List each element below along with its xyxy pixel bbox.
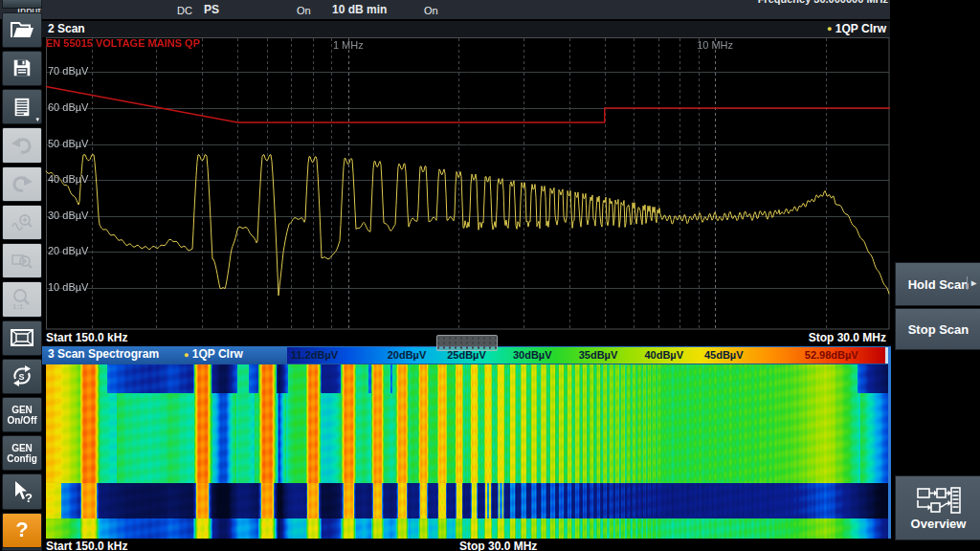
ratio-label: 1:1	[12, 302, 24, 311]
gen-config-button[interactable]: GEN Config	[2, 435, 42, 471]
circular-arrows-icon: S	[10, 364, 34, 388]
save-button[interactable]	[2, 51, 42, 86]
spectrogram-start-freq: Start 150.0 kHz	[46, 540, 127, 551]
y-tick-70: 70 dBµV	[48, 65, 88, 77]
active-window-border	[888, 346, 891, 539]
hold-scan-button[interactable]: Hold Scan ▸	[895, 262, 980, 306]
gen-onoff-button[interactable]: GEN On/Off	[2, 397, 42, 432]
trace-label: 1QP Clrw	[835, 22, 886, 35]
spectrogram-stop-freq: Stop 30.0 MHz	[459, 540, 537, 551]
zoom-area-icon	[11, 251, 33, 272]
channel-settings-bar: Input DC PS On 10 dB min On Frequency 30…	[0, 0, 890, 19]
scale-label-7: 52.98dBµV	[805, 349, 858, 361]
y-tick-50: 50 dBµV	[48, 138, 88, 149]
context-help-button[interactable]: ?	[2, 474, 42, 509]
zoom-trace-icon	[11, 211, 33, 232]
main-display-area: 2 Scan ● 1QP Clrw EN 55015 VOLTAGE MAINS…	[42, 0, 890, 551]
trace-color-dot: ●	[184, 350, 189, 360]
preselector-state[interactable]: On	[297, 5, 311, 17]
gen-config-label-2: Config	[7, 453, 37, 464]
color-scale-bar[interactable]: 11.2dBµV 20dBµV 25dBµV 30dBµV 35dBµV 40d…	[287, 347, 888, 364]
zoom-ratio-button: 1:1	[2, 281, 42, 317]
hold-scan-label: Hold Scan	[908, 277, 969, 292]
y-tick-60: 60 dBµV	[48, 101, 88, 113]
frequency-readout[interactable]: Frequency 30.000000 MHz	[758, 0, 888, 6]
pointer-help-icon: ?	[10, 479, 34, 504]
spectrogram-footer: Start 150.0 kHz Stop 30.0 MHz	[42, 539, 890, 551]
trace-label: 1QP Clrw	[192, 347, 243, 361]
print-button[interactable]: ▾	[2, 89, 42, 124]
submenu-arrow-icon: ▸	[967, 276, 976, 290]
preselector-label[interactable]: PS	[204, 4, 219, 16]
gen-onoff-label-1: GEN	[11, 405, 33, 415]
y-tick-30: 30 dBµV	[48, 209, 88, 221]
coupling-value[interactable]: DC	[177, 5, 192, 17]
open-file-button[interactable]	[2, 12, 42, 48]
help-question-mark: ?	[15, 519, 28, 540]
undo-button	[2, 127, 42, 163]
scan-window-title: 2 Scan	[48, 22, 85, 35]
attenuation-value[interactable]: 10 dB min	[332, 4, 387, 16]
scan-window-titlebar[interactable]: 2 Scan ● 1QP Clrw	[42, 21, 890, 37]
y-tick-40: 40 dBµV	[48, 173, 88, 185]
scale-label-4: 35dBµV	[579, 349, 618, 361]
zoom-trace-button	[2, 205, 42, 240]
gen-config-label-1: GEN	[11, 443, 33, 453]
toolbar: ▾ 1:1	[0, 0, 42, 551]
overview-label: Overview	[911, 517, 967, 531]
help-button[interactable]: ?	[2, 513, 42, 548]
spectrogram-heatmap	[42, 364, 890, 539]
redo-button	[2, 166, 42, 202]
spectrogram-trace-legend: ● 1QP Clrw	[184, 347, 243, 361]
y-tick-20: 20 dBµV	[48, 245, 88, 256]
sweep-letter: S	[19, 372, 25, 382]
overview-flow-icon	[916, 486, 962, 515]
y-tick-10: 10 dBµV	[48, 281, 88, 293]
scale-label-1: 20dBµV	[388, 349, 427, 361]
scale-label-6: 45dBµV	[704, 349, 744, 361]
window-splitter-handle[interactable]	[436, 335, 498, 351]
sweep-restart-button[interactable]: S	[2, 359, 42, 394]
overview-button[interactable]: Overview	[895, 475, 980, 540]
zoom-area-button	[2, 243, 42, 278]
spectrogram-window-title: 3 Scan Spectrogram	[48, 347, 159, 361]
gen-onoff-label-2: On/Off	[7, 415, 36, 426]
limit-line-label: EN 55015 VOLTAGE MAINS QP	[46, 37, 200, 49]
floppy-disk-icon	[11, 57, 33, 78]
scan-graph: EN 55015 VOLTAGE MAINS QP 1 MHz 10 MHz 7…	[42, 37, 890, 330]
scan-trace-legend: ● 1QP Clrw	[827, 22, 886, 35]
display-frame-button[interactable]	[2, 320, 42, 356]
softkey-panel: Hold Scan ▸ Stop Scan	[890, 0, 980, 551]
scan-stop-freq: Stop 30.0 MHz	[809, 331, 886, 344]
scale-label-3: 30dBµV	[513, 349, 552, 361]
hardcopy-icon	[11, 97, 33, 118]
preamp-state[interactable]: On	[424, 5, 438, 17]
scan-start-freq: Start 150.0 kHz	[46, 331, 127, 344]
print-dropdown-caret: ▾	[35, 116, 39, 122]
stop-scan-button[interactable]: Stop Scan	[895, 308, 980, 350]
magnifier-1-1-icon: 1:1	[10, 288, 34, 311]
scale-label-0: 11.2dBµV	[291, 349, 338, 361]
scale-label-5: 40dBµV	[644, 349, 683, 361]
frame-icon	[10, 327, 34, 348]
stop-scan-label: Stop Scan	[908, 322, 969, 337]
x-tick-1mhz: 1 MHz	[320, 39, 377, 51]
undo-icon	[11, 135, 33, 156]
scan-trace-plot	[42, 37, 890, 330]
trace-color-dot: ●	[827, 24, 832, 33]
toolbar-partial-button[interactable]	[2, 0, 42, 9]
folder-open-icon	[10, 19, 34, 40]
spectrogram	[42, 364, 890, 539]
redo-icon	[11, 173, 33, 194]
x-tick-10mhz: 10 MHz	[686, 39, 744, 51]
pointer-help-mark: ?	[25, 491, 33, 504]
